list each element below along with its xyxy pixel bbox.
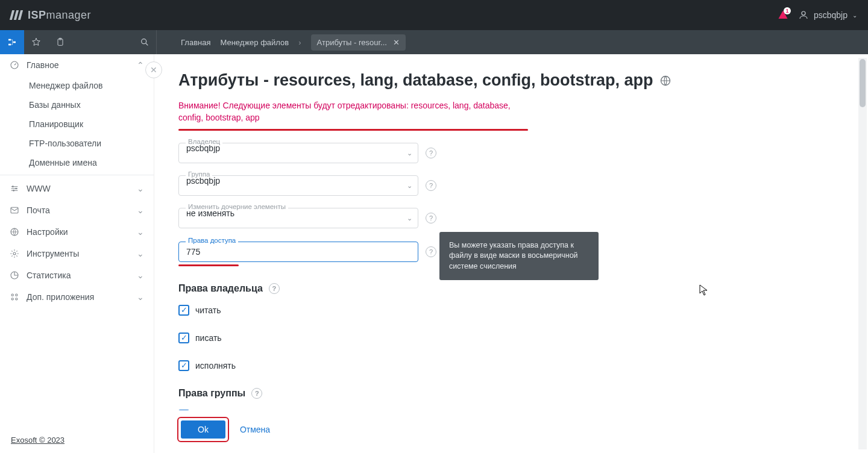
perms-underline: [178, 264, 239, 266]
search-icon[interactable]: [133, 30, 157, 54]
user-menu[interactable]: pscbqbjp ⌄: [798, 10, 857, 20]
clipboard-icon[interactable]: [48, 30, 72, 54]
secondbar: Главная Менеджер файлов › Атрибуты - res…: [0, 30, 868, 54]
svg-rect-2: [8, 44, 11, 46]
svg-point-10: [13, 190, 14, 192]
help-owner-icon[interactable]: ?: [426, 148, 436, 158]
help-group-icon[interactable]: ?: [426, 180, 436, 191]
tooltip: Вы можете указать права доступа к файлу …: [439, 232, 599, 281]
owner-write-label: писать: [195, 333, 222, 343]
chevron-down-icon: ⌄: [852, 12, 857, 19]
group-label: Группа: [186, 170, 212, 178]
active-tab[interactable]: Атрибуты - resour... ✕: [311, 34, 406, 51]
help-group-rights-icon[interactable]: ?: [251, 388, 262, 399]
help-children-icon[interactable]: ?: [426, 213, 436, 223]
sidebar-item-ftp[interactable]: FTP-пользователи: [0, 134, 154, 153]
close-tab-icon[interactable]: ✕: [393, 38, 400, 47]
page-title: Атрибуты - resources, lang, database, co…: [178, 71, 757, 90]
sidebar-group-main[interactable]: Главное ⌃: [0, 54, 154, 76]
sidebar-group-stats[interactable]: Статистика⌄: [0, 264, 154, 286]
sidebar-item-db[interactable]: Базы данных: [0, 95, 154, 114]
user-name: pscbqbjp: [814, 10, 848, 20]
perms-input[interactable]: [178, 242, 418, 262]
scrollbar-thumb[interactable]: [860, 59, 866, 107]
sidebar-group-settings[interactable]: Настройки⌄: [0, 221, 154, 243]
breadcrumb: Главная Менеджер файлов › Атрибуты - res…: [181, 30, 406, 54]
chevron-down-icon: ⌄: [137, 184, 144, 193]
children-label: Изменить дочерние элементы: [186, 203, 288, 210]
group-select[interactable]: pscbqbjp: [178, 175, 418, 196]
owner-label: Владелец: [186, 138, 222, 145]
sidebar-group-apps[interactable]: Доп. приложения⌄: [0, 286, 154, 308]
svg-point-13: [13, 252, 16, 255]
owner-select[interactable]: pscbqbjp: [178, 143, 418, 163]
svg-point-15: [11, 294, 13, 296]
sidebar: ✕ Главное ⌃ Менеджер файлов Базы данных …: [0, 54, 154, 453]
logo-text: ISPmanager: [28, 9, 91, 22]
notif-badge: 1: [784, 7, 791, 14]
owner-exec-label: исполнять: [195, 361, 236, 370]
owner-write-checkbox[interactable]: ✓: [178, 333, 189, 343]
footer-link[interactable]: Exosoft © 2023: [11, 436, 64, 445]
svg-point-18: [16, 298, 17, 300]
warning-underline: [178, 129, 528, 131]
chart-icon: [10, 270, 19, 280]
chevron-up-icon: ⌃: [137, 60, 144, 70]
help-owner-rights-icon[interactable]: ?: [269, 283, 280, 294]
svg-point-16: [16, 294, 17, 296]
svg-rect-1: [8, 39, 11, 41]
sidebar-item-files[interactable]: Менеджер файлов: [0, 76, 154, 95]
topbar: ISPmanager 1 pscbqbjp ⌄: [0, 0, 868, 30]
avatar-icon: [798, 10, 809, 20]
group-rights-title: Права группы?: [178, 388, 757, 399]
sidebar-main-label: Главное: [27, 60, 59, 70]
sliders-icon: [10, 184, 19, 193]
globe-title-icon: [659, 75, 671, 87]
breadcrumb-sep: ›: [298, 38, 301, 47]
mail-icon: [10, 205, 19, 215]
svg-point-6: [141, 39, 146, 44]
nav-tree-icon[interactable]: [0, 30, 24, 54]
breadcrumb-files[interactable]: Менеджер файлов: [220, 38, 289, 47]
svg-rect-3: [13, 42, 16, 43]
svg-point-8: [12, 186, 14, 187]
sidebar-group-www[interactable]: WWW⌄: [0, 178, 154, 199]
svg-rect-11: [11, 207, 18, 213]
owner-exec-checkbox[interactable]: ✓: [178, 360, 189, 371]
breadcrumb-home[interactable]: Главная: [181, 38, 210, 47]
main: Атрибуты - resources, lang, database, co…: [154, 54, 868, 453]
ok-button[interactable]: Ok: [181, 420, 225, 439]
owner-read-checkbox[interactable]: ✓: [178, 305, 189, 316]
notifications-icon[interactable]: 1: [778, 10, 788, 20]
apps-icon: [10, 292, 19, 302]
warning-text: Внимание! Следующие элементы будут отред…: [178, 99, 528, 124]
svg-point-17: [11, 298, 13, 300]
sidebar-group-mail[interactable]: Почта⌄: [0, 199, 154, 221]
owner-rights-title: Права владельца?: [178, 283, 757, 294]
sidebar-item-scheduler[interactable]: Планировщик: [0, 114, 154, 134]
gauge-icon: [10, 60, 19, 70]
children-select[interactable]: не изменять: [178, 208, 418, 228]
active-tab-label: Атрибуты - resour...: [317, 38, 387, 47]
svg-point-9: [15, 188, 17, 190]
ok-highlight: Ok: [177, 417, 229, 442]
scrollbar[interactable]: [858, 58, 867, 449]
logo-bars-icon: [11, 10, 22, 20]
logo: ISPmanager: [11, 9, 91, 22]
favorite-icon[interactable]: [24, 30, 48, 54]
svg-point-0: [802, 11, 805, 15]
globe-icon: [10, 227, 19, 237]
collapse-sidebar-icon[interactable]: ✕: [145, 61, 162, 78]
sidebar-item-domains[interactable]: Доменные имена: [0, 153, 154, 172]
perms-label: Права доступа: [186, 237, 238, 244]
bottom-bar: Ok Отмена: [177, 410, 868, 453]
cancel-button[interactable]: Отмена: [240, 425, 270, 434]
gear-icon: [10, 249, 19, 258]
owner-read-label: читать: [195, 305, 221, 315]
sidebar-group-tools[interactable]: Инструменты⌄: [0, 243, 154, 264]
